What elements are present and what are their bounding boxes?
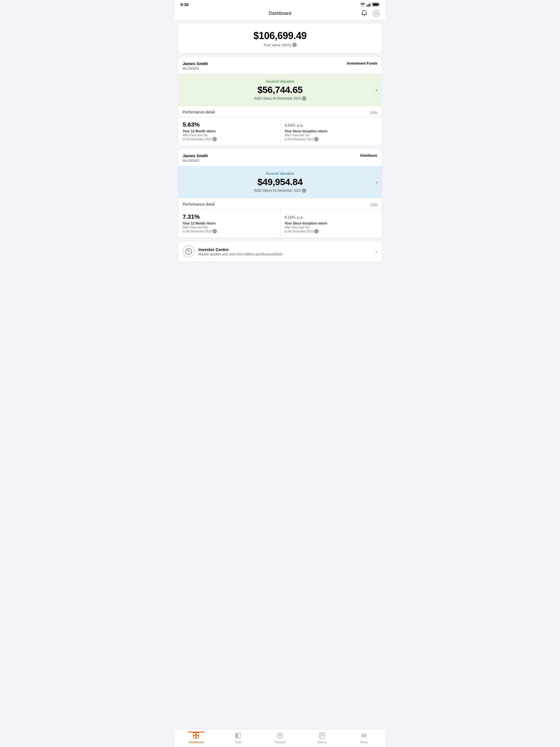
valuation-banner-1[interactable]: Account Valuation $56,744.65 (NZD Value)…: [178, 74, 382, 106]
valuation-label-1: Account Valuation: [183, 79, 377, 83]
total-label: Total Value (NZD) i: [184, 43, 376, 47]
svg-rect-10: [193, 733, 196, 735]
perf-cell-1b: 4.54% p.a. Your Since Inception return A…: [280, 117, 382, 146]
investor-centre-card[interactable]: Investor Centre Market updates and news …: [178, 241, 382, 262]
valuation-label-2: Account Valuation: [183, 172, 377, 176]
perf-date-2a: to 04 December 2023 i: [183, 229, 276, 233]
history-tab-icon: [318, 732, 326, 739]
investor-centre-chevron: ›: [376, 249, 377, 255]
account-card-1: James Smith ML000001 Investment Funds Ac…: [178, 57, 382, 146]
perf-desc-2b: Your Since Inception return: [285, 222, 378, 225]
svg-rect-15: [235, 735, 237, 736]
svg-rect-1: [368, 4, 368, 6]
perf-date-2b: to 04 December 2023 i: [285, 229, 378, 233]
svg-rect-20: [320, 733, 325, 739]
perf-info-1a[interactable]: i: [212, 137, 217, 141]
tab-dashboard-label: Dashboard: [189, 741, 203, 744]
perf-cell-2a: 7.31% Your 12 Month return After Fees an…: [178, 209, 280, 238]
performance-header-1: Performance detail Hide: [178, 106, 382, 117]
total-value-card: $106,699.49 Total Value (NZD) i: [178, 24, 382, 54]
dashboard-tab-icon: [192, 732, 200, 739]
investor-centre-description: Market updates and news from Milford and…: [199, 252, 372, 256]
svg-rect-13: [196, 736, 199, 738]
tab-history-label: History: [317, 741, 327, 744]
investor-centre-link[interactable]: Investor Centre Market updates and news …: [178, 241, 382, 262]
tools-tab-icon: [234, 732, 242, 739]
valuation-banner-2[interactable]: Account Valuation $49,954.84 (NZD Value)…: [178, 166, 382, 198]
performance-grid-1: 5.63% Your 12 Month return After Fees an…: [178, 117, 382, 146]
notification-bell-button[interactable]: [360, 9, 368, 18]
perf-desc-1b: Your Since Inception return: [285, 129, 378, 133]
account-type-1: Investment Funds: [347, 61, 377, 66]
status-bar: 9:30: [175, 0, 385, 8]
hide-performance-1[interactable]: Hide: [370, 110, 377, 114]
hide-performance-2[interactable]: Hide: [370, 202, 377, 206]
valuation-date-2: (NZD Value) 04 December 2023 i: [183, 188, 377, 193]
account-header-2: James Smith ML000002 KiwiSaver: [178, 149, 382, 163]
perf-desc-2a: Your 12 Month return: [183, 222, 276, 225]
transact-tab-icon: [276, 732, 284, 739]
tab-active-indicator: [188, 732, 204, 732]
tab-bar: Dashboard Tools Transact: [175, 729, 385, 747]
perf-info-1b[interactable]: i: [314, 137, 319, 141]
svg-rect-0: [366, 5, 367, 6]
perf-cell-2b: 8.16% p.a. Your Since Inception return A…: [280, 209, 382, 238]
battery-icon: [373, 3, 380, 6]
perf-sub-1b: After Fees and Tax: [285, 133, 378, 137]
tab-history[interactable]: History: [314, 732, 330, 744]
tab-menu[interactable]: Menu: [356, 732, 372, 744]
perf-date-1b: to 04 December 2023 i: [285, 137, 378, 141]
perf-sub-2b: After Fees and Tax: [285, 226, 378, 229]
tab-transact-label: Transact: [274, 741, 286, 744]
investor-centre-icon: [183, 246, 195, 258]
valuation-info-icon-1[interactable]: i: [302, 96, 306, 101]
account-header-1: James Smith ML000001 Investment Funds: [178, 57, 382, 71]
svg-rect-18: [238, 733, 240, 738]
valuation-info-icon-2[interactable]: i: [302, 188, 306, 193]
perf-info-2a[interactable]: i: [212, 229, 217, 233]
status-time: 9:30: [180, 2, 189, 7]
svg-rect-5: [379, 4, 379, 5]
total-value-info-icon[interactable]: i: [292, 43, 297, 47]
perf-info-2b[interactable]: i: [314, 229, 319, 233]
user-profile-button[interactable]: [372, 9, 381, 18]
performance-title-1: Performance detail: [183, 110, 215, 114]
perf-rate-1b: 4.54% p.a.: [285, 121, 378, 128]
tab-menu-label: Menu: [360, 741, 368, 744]
investor-centre-text: Investor Centre Market updates and news …: [199, 247, 372, 256]
account-name-2: James Smith: [183, 153, 208, 158]
svg-rect-12: [193, 736, 196, 738]
account-type-2: KiwiSaver: [360, 153, 377, 157]
account-name-1: James Smith: [183, 61, 208, 66]
signal-icon: [366, 3, 371, 6]
menu-tab-icon: [360, 732, 368, 739]
perf-date-1a: to 04 December 2023 i: [183, 137, 276, 141]
account-id-2: ML000002: [183, 159, 208, 163]
perf-rate-2b: 8.16% p.a.: [285, 213, 378, 221]
perf-desc-1a: Your 12 Month return: [183, 129, 276, 133]
header-actions: [360, 9, 381, 18]
valuation-amount-2: $49,954.84: [183, 177, 377, 187]
investor-centre-title: Investor Centre: [199, 247, 372, 252]
tab-tools[interactable]: Tools: [230, 732, 246, 744]
performance-grid-2: 7.31% Your 12 Month return After Fees an…: [178, 209, 382, 238]
svg-rect-17: [235, 737, 237, 738]
valuation-chevron-1: ›: [376, 87, 377, 93]
tab-transact[interactable]: Transact: [272, 732, 288, 744]
performance-header-2: Performance detail Hide: [178, 198, 382, 209]
header-title: Dashboard: [269, 11, 291, 16]
perf-sub-1a: After Fees and Tax: [183, 133, 276, 137]
account-card-2: James Smith ML000002 KiwiSaver Account V…: [178, 149, 382, 238]
wifi-icon: [360, 3, 365, 6]
status-icons: [360, 3, 380, 6]
svg-point-8: [375, 11, 377, 14]
valuation-amount-1: $56,744.65: [183, 84, 377, 95]
svg-rect-2: [369, 4, 370, 6]
performance-title-2: Performance detail: [183, 202, 215, 206]
perf-rate-1a: 5.63%: [183, 121, 276, 128]
main-content: $106,699.49 Total Value (NZD) i James Sm…: [175, 20, 385, 747]
valuation-chevron-2: ›: [376, 179, 377, 185]
perf-sub-2a: After Fees and Tax: [183, 226, 276, 229]
tab-dashboard[interactable]: Dashboard: [188, 732, 204, 744]
svg-rect-3: [371, 3, 371, 6]
